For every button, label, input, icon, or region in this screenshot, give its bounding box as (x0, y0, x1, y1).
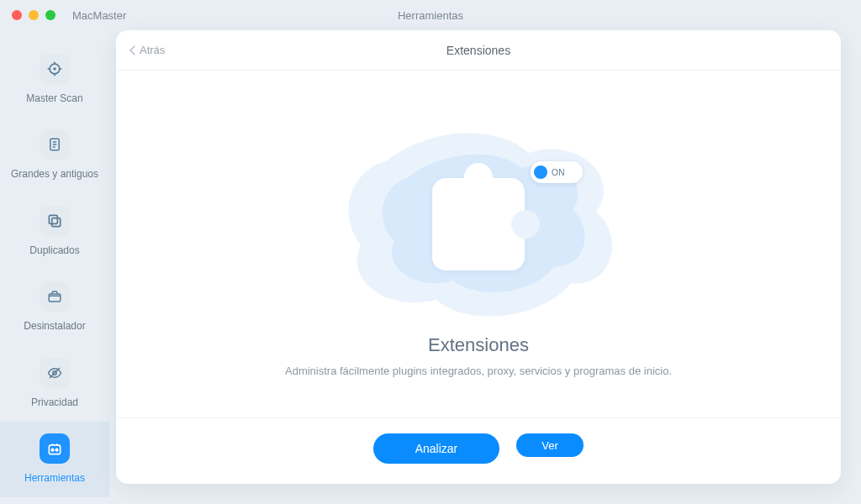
illustration: ON (327, 111, 630, 329)
sidebar-item-label: Master Scan (26, 92, 82, 104)
sidebar-item-uninstaller[interactable]: Desinstalador (0, 270, 109, 345)
view-button[interactable]: Ver (516, 433, 584, 457)
card-body: ON Extensiones Administra fácilmente plu… (116, 71, 841, 417)
sidebar-item-label: Herramientas (24, 472, 85, 484)
minimize-window-button[interactable] (29, 10, 39, 20)
copy-icon (40, 206, 70, 236)
sidebar: Master Scan Grandes y antiguos Duplicado… (0, 30, 109, 504)
toggle-label: ON (552, 168, 565, 177)
sidebar-item-label: Privacidad (31, 396, 78, 408)
maximize-window-button[interactable] (45, 10, 55, 20)
close-window-button[interactable] (12, 10, 22, 20)
section-heading: Extensiones (428, 334, 529, 356)
svg-rect-12 (49, 294, 61, 302)
svg-rect-15 (49, 445, 60, 454)
svg-rect-10 (52, 218, 61, 226)
chevron-left-icon (129, 45, 139, 55)
card-title: Extensiones (446, 44, 510, 57)
card-header: Atrás Extensiones (116, 30, 841, 71)
toggle-on-badge: ON (531, 161, 583, 183)
tools-icon (40, 433, 70, 464)
svg-point-1 (53, 67, 55, 70)
sidebar-item-label: Grandes y antiguos (11, 168, 98, 180)
svg-point-16 (51, 449, 54, 451)
eye-off-icon (40, 358, 70, 388)
extensions-card: Atrás Extensiones ON Extensiones (116, 30, 841, 484)
analyze-button[interactable]: Analizar (373, 433, 499, 464)
app-name: MacMaster (72, 9, 126, 22)
sidebar-item-master-scan[interactable]: Master Scan (0, 42, 109, 118)
document-icon (40, 129, 70, 160)
window-controls (12, 10, 55, 20)
box-icon (40, 281, 70, 312)
titlebar: MacMaster Herramientas (0, 0, 861, 30)
svg-point-17 (55, 449, 58, 451)
back-label: Atrás (140, 44, 165, 56)
toggle-knob (534, 165, 547, 179)
sidebar-item-label: Duplicados (29, 244, 79, 256)
section-description: Administra fácilmente plugins integrados… (285, 365, 672, 377)
card-footer: Analizar Ver (116, 417, 841, 484)
sidebar-item-large-old[interactable]: Grandes y antiguos (0, 118, 109, 193)
back-button[interactable]: Atrás (131, 44, 165, 56)
svg-rect-11 (49, 215, 57, 223)
sidebar-item-label: Desinstalador (24, 320, 85, 332)
window-title: Herramientas (398, 9, 463, 22)
sidebar-item-tools[interactable]: Herramientas (0, 422, 109, 497)
crosshair-icon (40, 54, 70, 84)
sidebar-item-duplicates[interactable]: Duplicados (0, 194, 109, 270)
puzzle-icon (432, 178, 525, 270)
sidebar-item-privacy[interactable]: Privacidad (0, 346, 109, 422)
